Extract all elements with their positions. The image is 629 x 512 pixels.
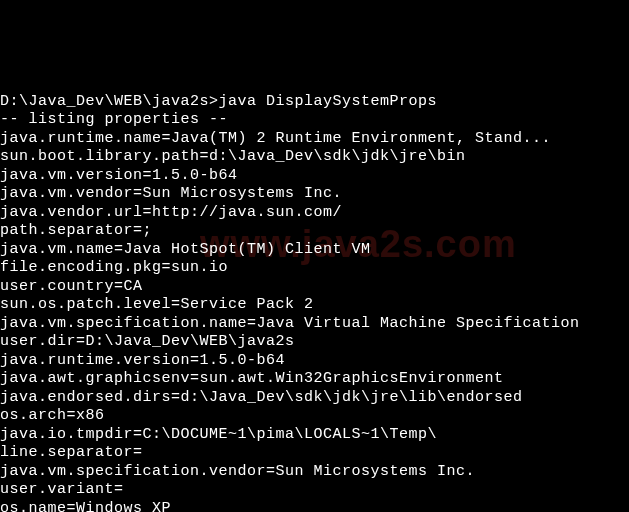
output-line: -- listing properties --: [0, 111, 629, 130]
output-line: java.io.tmpdir=C:\DOCUME~1\pima\LOCALS~1…: [0, 426, 629, 445]
output-line: java.runtime.version=1.5.0-b64: [0, 352, 629, 371]
output-line: java.runtime.name=Java(TM) 2 Runtime Env…: [0, 130, 629, 149]
output-line: path.separator=;: [0, 222, 629, 241]
output-line: user.country=CA: [0, 278, 629, 297]
output-line: java.vm.specification.name=Java Virtual …: [0, 315, 629, 334]
output-line: os.arch=x86: [0, 407, 629, 426]
output-line: user.dir=D:\Java_Dev\WEB\java2s: [0, 333, 629, 352]
output-line: line.separator=: [0, 444, 629, 463]
output-line: os.name=Windows XP: [0, 500, 629, 513]
prompt-path: D:\Java_Dev\WEB\java2s>: [0, 93, 219, 110]
output-line: sun.boot.library.path=d:\Java_Dev\sdk\jd…: [0, 148, 629, 167]
output-line: java.vm.specification.vendor=Sun Microsy…: [0, 463, 629, 482]
output-line: sun.os.patch.level=Service Pack 2: [0, 296, 629, 315]
terminal-content: D:\Java_Dev\WEB\java2s>java DisplaySyste…: [0, 56, 629, 513]
output-line: java.vm.name=Java HotSpot(TM) Client VM: [0, 241, 629, 260]
terminal-window[interactable]: www.java2s.com D:\Java_Dev\WEB\java2s>ja…: [0, 0, 629, 512]
output-line: java.vm.version=1.5.0-b64: [0, 167, 629, 186]
output-line: java.vendor.url=http://java.sun.com/: [0, 204, 629, 223]
output-line: java.vm.vendor=Sun Microsystems Inc.: [0, 185, 629, 204]
output-line: file.encoding.pkg=sun.io: [0, 259, 629, 278]
command-text: java DisplaySystemProps: [219, 93, 438, 110]
output-line: user.variant=: [0, 481, 629, 500]
output-line: java.endorsed.dirs=d:\Java_Dev\sdk\jdk\j…: [0, 389, 629, 408]
command-line: D:\Java_Dev\WEB\java2s>java DisplaySyste…: [0, 93, 629, 112]
output-line: java.awt.graphicsenv=sun.awt.Win32Graphi…: [0, 370, 629, 389]
